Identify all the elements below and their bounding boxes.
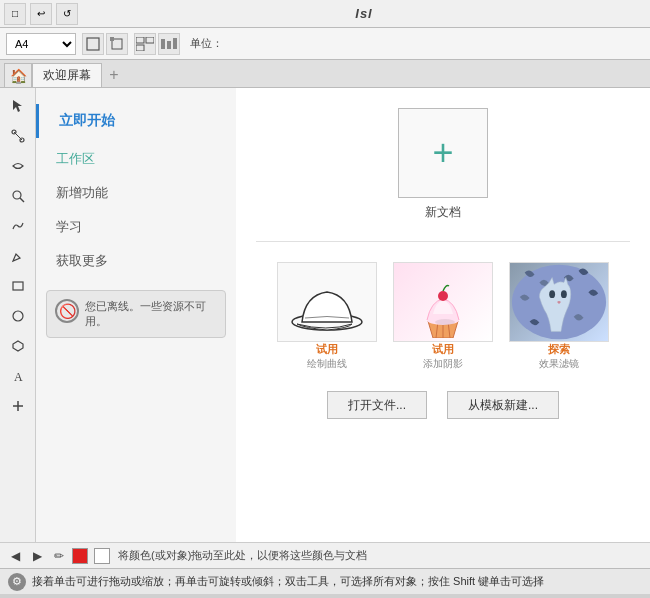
svg-line-13	[20, 198, 24, 202]
open-file-button[interactable]: 打开文件...	[327, 391, 427, 419]
toolbar-btn-1[interactable]: □	[4, 3, 26, 25]
tab-bar: 🏠 欢迎屏幕 +	[0, 60, 650, 88]
svg-line-11	[14, 132, 22, 140]
new-doc-plus-icon: +	[432, 135, 453, 171]
template-card-cat[interactable]: 探索 效果滤镜	[509, 262, 609, 371]
new-doc-box[interactable]: +	[398, 108, 488, 198]
tb-icon-3[interactable]	[134, 33, 156, 55]
svg-rect-6	[161, 39, 165, 49]
svg-rect-7	[167, 41, 171, 49]
new-doc-label: 新文档	[425, 204, 461, 221]
menu-item-learn[interactable]: 学习	[36, 210, 236, 244]
svg-rect-0	[87, 38, 99, 50]
svg-point-12	[13, 191, 21, 199]
toolbar-btn-3[interactable]: ↺	[56, 3, 78, 25]
app-logo: Isl	[355, 6, 372, 21]
template-hat-label: 试用	[316, 342, 338, 357]
new-from-template-button[interactable]: 从模板新建...	[447, 391, 559, 419]
tab-home[interactable]: 🏠	[4, 63, 32, 87]
edit-page-button[interactable]: ✏	[50, 547, 68, 565]
template-card-hat[interactable]: 试用 绘制曲线	[277, 262, 377, 371]
svg-text:A: A	[14, 370, 23, 383]
tb-icon-1[interactable]	[82, 33, 104, 55]
hint-bar: ⚙ 接着单击可进行拖动或缩放；再单击可旋转或倾斜；双击工具，可选择所有对象；按住…	[0, 568, 650, 594]
next-page-button[interactable]: ▶	[28, 547, 46, 565]
tool-freehand[interactable]	[4, 212, 32, 240]
tool-zoom[interactable]	[4, 182, 32, 210]
svg-rect-14	[13, 282, 23, 290]
template-hat-sublabel: 绘制曲线	[307, 357, 347, 371]
svg-marker-16	[13, 341, 23, 351]
svg-rect-4	[146, 37, 154, 43]
toolbar-group-2	[134, 33, 180, 55]
unit-label: 单位：	[190, 36, 223, 51]
template-card-cupcake[interactable]: 试用 添加阴影	[393, 262, 493, 371]
tool-rectangle[interactable]	[4, 272, 32, 300]
prev-page-button[interactable]: ◀	[6, 547, 24, 565]
new-doc-section: + 新文档	[256, 108, 630, 242]
second-toolbar: A4 单位：	[0, 28, 650, 60]
tool-add[interactable]	[4, 392, 32, 420]
cupcake-image	[393, 262, 493, 342]
bottom-buttons: 打开文件... 从模板新建...	[256, 391, 630, 419]
tab-add-button[interactable]: +	[102, 63, 126, 87]
tool-ellipse[interactable]	[4, 302, 32, 330]
cat-image	[509, 262, 609, 342]
tool-pointer[interactable]	[4, 92, 32, 120]
menu-header: 立即开始	[36, 104, 236, 138]
offline-icon: 🚫	[55, 299, 79, 323]
content-area: 立即开始 工作区 新增功能 学习 获取更多 🚫 您已离线。一些资源不可用。	[36, 88, 650, 542]
hint-gear-icon: ⚙	[8, 573, 26, 591]
svg-point-26	[435, 319, 455, 325]
tb-icon-4[interactable]	[158, 33, 180, 55]
menu-item-new-features[interactable]: 新增功能	[36, 176, 236, 210]
offline-text: 您已离线。一些资源不可用。	[85, 299, 217, 329]
left-sidebar: A	[0, 88, 36, 542]
tool-node[interactable]	[4, 122, 32, 150]
template-cupcake-label: 试用	[432, 342, 454, 357]
status-bar: ◀ ▶ ✏ 将颜色(或对象)拖动至此处，以便将这些颜色与文档	[0, 542, 650, 568]
svg-point-29	[561, 290, 567, 298]
fill-color-box[interactable]	[72, 548, 88, 564]
status-color-text: 将颜色(或对象)拖动至此处，以便将这些颜色与文档	[118, 548, 367, 563]
svg-rect-3	[136, 37, 144, 43]
toolbar-btn-2[interactable]: ↩	[30, 3, 52, 25]
welcome-menu: 立即开始 工作区 新增功能 学习 获取更多 🚫 您已离线。一些资源不可用。	[36, 88, 236, 542]
template-section: 试用 绘制曲线	[256, 262, 630, 371]
page-size-select[interactable]: A4	[6, 33, 76, 55]
template-cupcake-sublabel: 添加阴影	[423, 357, 463, 371]
svg-rect-5	[136, 45, 144, 51]
menu-item-get-more[interactable]: 获取更多	[36, 244, 236, 278]
stroke-color-box[interactable]	[94, 548, 110, 564]
tb-icon-2[interactable]	[106, 33, 128, 55]
menu-item-workspace[interactable]: 工作区	[36, 142, 236, 176]
tool-pen[interactable]	[4, 242, 32, 270]
tool-transform[interactable]	[4, 152, 32, 180]
offline-notice: 🚫 您已离线。一些资源不可用。	[46, 290, 226, 338]
svg-point-25	[438, 291, 448, 301]
tool-polygon[interactable]	[4, 332, 32, 360]
svg-rect-8	[173, 38, 177, 49]
template-cat-label: 探索	[548, 342, 570, 357]
hint-text: 接着单击可进行拖动或缩放；再单击可旋转或倾斜；双击工具，可选择所有对象；按住 S…	[32, 574, 544, 589]
svg-rect-2	[110, 37, 114, 41]
tool-text[interactable]: A	[4, 362, 32, 390]
main-area: A 立即开始 工作区 新增功能 学习 获取更多 🚫 您已离线。	[0, 88, 650, 542]
svg-point-15	[13, 311, 23, 321]
welcome-content: + 新文档	[236, 88, 650, 542]
top-toolbar: □ ↩ ↺ Isl	[0, 0, 650, 28]
toolbar-group-1	[82, 33, 128, 55]
hat-image	[277, 262, 377, 342]
template-cat-sublabel: 效果滤镜	[539, 357, 579, 371]
tab-welcome[interactable]: 欢迎屏幕	[32, 63, 102, 87]
svg-point-28	[549, 290, 555, 298]
